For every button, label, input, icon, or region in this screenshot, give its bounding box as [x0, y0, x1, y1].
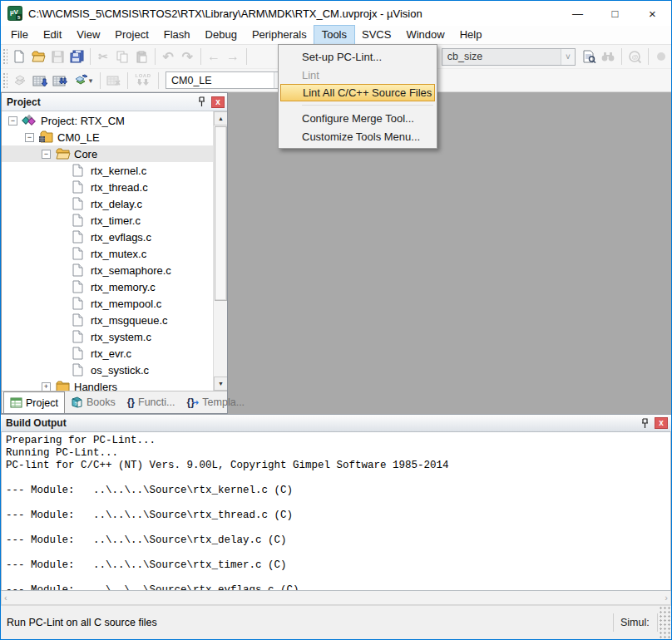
braces-arrow-icon: {}➜	[186, 396, 199, 408]
menu-item-configure-merge-tool[interactable]: Configure Merge Tool...	[279, 109, 437, 127]
collapse-icon[interactable]: −	[8, 116, 17, 126]
expand-icon[interactable]: +	[42, 382, 51, 391]
at-search-icon[interactable]: @	[625, 47, 645, 66]
find-in-files-icon[interactable]	[580, 47, 599, 66]
uvision-app-icon: µV 5	[7, 6, 22, 21]
build-output-title: Build Output	[6, 417, 637, 429]
toolbar-grip[interactable]	[2, 72, 7, 89]
project-panel-close-icon[interactable]: x	[211, 96, 225, 108]
search-combobox[interactable]: cb_size ˅	[442, 48, 576, 66]
menu-item-lint-all-c-c-source-files[interactable]: Lint All C/C++ Source Files	[280, 84, 435, 101]
stop-build-icon[interactable]	[104, 71, 124, 90]
tab-books[interactable]: ?Books	[65, 391, 121, 413]
menu-svcs[interactable]: SVCS	[354, 26, 398, 44]
navigate-forward-icon[interactable]: →	[224, 47, 243, 66]
download-flash-icon[interactable]: LOAD	[131, 71, 155, 90]
tree-item-cm0-le[interactable]: −CM0_LE	[2, 129, 213, 145]
scroll-down-icon[interactable]: ▼	[214, 377, 227, 391]
breakpoint-icon[interactable]	[652, 47, 671, 66]
target-folder-icon	[38, 130, 53, 144]
tree-item-label: rtx_mempool.c	[91, 298, 161, 310]
target-select-value[interactable]: CM0_LE	[166, 75, 274, 86]
open-file-icon[interactable]	[29, 47, 48, 66]
minimize-button[interactable]: —	[559, 1, 596, 26]
tree-item-rtx-msgqueue-c[interactable]: rtx_msgqueue.c	[2, 312, 213, 328]
tree-item-rtx-system-c[interactable]: rtx_system.c	[2, 328, 213, 345]
tree-item-handlers[interactable]: +Handlers	[2, 378, 213, 391]
binoculars-icon[interactable]	[599, 47, 618, 66]
menu-project[interactable]: Project	[107, 26, 156, 44]
menu-debug[interactable]: Debug	[198, 26, 245, 44]
batch-build-icon[interactable]: ▾	[70, 71, 96, 90]
build-output-content[interactable]: Preparing for PC-Lint... Running PC-Lint…	[1, 432, 671, 591]
tree-item-rtx-mutex-c[interactable]: rtx_mutex.c	[2, 245, 213, 262]
title-bar: µV 5 C:\W\CMSIS_5\CMSIS\RTOS2\RTX\Librar…	[1, 1, 671, 26]
resize-grip[interactable]	[658, 606, 671, 639]
tree-item-rtx-evr-c[interactable]: rtx_evr.c	[2, 345, 213, 362]
tree-item-rtx-thread-c[interactable]: rtx_thread.c	[2, 179, 213, 195]
file-icon	[72, 263, 86, 277]
pin-icon[interactable]	[637, 416, 652, 430]
navigate-back-icon[interactable]: ←	[205, 47, 224, 66]
window-title: C:\W\CMSIS_5\CMSIS\RTOS2\RTX\Library\ARM…	[28, 7, 559, 20]
tree-item-rtx-memory-c[interactable]: rtx_memory.c	[2, 278, 213, 295]
menu-view[interactable]: View	[69, 26, 107, 44]
copy-icon[interactable]	[113, 47, 132, 66]
pin-icon[interactable]	[194, 96, 209, 109]
tree-item-os-systick-c[interactable]: os_systick.c	[2, 362, 213, 378]
tree-vertical-scrollbar[interactable]: ▲ ▼	[213, 111, 227, 391]
rebuild-icon[interactable]	[50, 71, 70, 90]
file-icon	[72, 330, 86, 343]
search-combobox-value[interactable]: cb_size	[442, 51, 561, 62]
build-output-close-icon[interactable]: x	[655, 417, 668, 429]
tree-item-rtx-mempool-c[interactable]: rtx_mempool.c	[2, 295, 213, 312]
tree-item-rtx-evflags-c[interactable]: rtx_evflags.c	[2, 229, 213, 245]
menu-file[interactable]: File	[3, 26, 36, 44]
new-file-icon[interactable]	[10, 47, 29, 66]
build-icon[interactable]	[30, 71, 50, 90]
tab-label: Functi...	[138, 396, 175, 408]
scroll-left-icon[interactable]: ‹	[4, 593, 7, 603]
translate-icon[interactable]	[10, 71, 30, 90]
tab-functi[interactable]: {}Functi...	[121, 391, 181, 413]
status-bar: Run PC-Lint on all C source files Simul:	[1, 605, 671, 639]
tree-item-rtx-delay-c[interactable]: rtx_delay.c	[2, 195, 213, 212]
menu-peripherals[interactable]: Peripherals	[245, 26, 314, 44]
tree-item-rtx-kernel-c[interactable]: rtx_kernel.c	[2, 162, 213, 179]
collapse-icon[interactable]: −	[25, 133, 34, 142]
tree-item-rtx-semaphore-c[interactable]: rtx_semaphore.c	[2, 262, 213, 278]
batch-build-dropdown-icon[interactable]: ▾	[89, 76, 93, 85]
tree-item-core[interactable]: −Core	[2, 145, 213, 162]
menu-edit[interactable]: Edit	[36, 26, 69, 44]
save-all-icon[interactable]	[67, 47, 86, 66]
build-horizontal-scrollbar[interactable]: ‹ ›	[1, 591, 671, 605]
toolbar-grip[interactable]	[2, 48, 7, 65]
file-icon	[72, 164, 86, 177]
build-output-panel: Build Output x Preparing for PC-Lint... …	[1, 414, 671, 605]
project-tree: −Project: RTX_CM−CM0_LE−Corertx_kernel.c…	[2, 111, 227, 391]
cut-icon[interactable]: ✂	[94, 47, 113, 66]
tree-item-project-rtx-cm[interactable]: −Project: RTX_CM	[2, 112, 213, 129]
menu-item-set-up-pc-lint[interactable]: Set-up PC-Lint...	[279, 47, 437, 66]
tree-item-rtx-timer-c[interactable]: rtx_timer.c	[2, 212, 213, 229]
collapse-icon[interactable]: −	[42, 150, 51, 159]
maximize-button[interactable]: □	[596, 1, 634, 26]
close-button[interactable]: ×	[634, 1, 671, 26]
undo-icon[interactable]: ↶	[159, 47, 178, 66]
tab-templa[interactable]: {}➜Templa...	[180, 391, 250, 413]
combo-dropdown-icon[interactable]: ˅	[561, 49, 575, 65]
paste-icon[interactable]	[132, 47, 151, 66]
save-icon[interactable]	[48, 47, 67, 66]
scroll-up-icon[interactable]: ▲	[214, 111, 227, 126]
menu-item-customize-tools-menu[interactable]: Customize Tools Menu...	[279, 127, 437, 145]
target-select[interactable]: CM0_LE ˅	[166, 71, 289, 89]
books-icon: ?	[71, 396, 83, 408]
menu-help[interactable]: Help	[452, 26, 490, 44]
menu-flash[interactable]: Flash	[156, 26, 198, 44]
scrollbar-thumb[interactable]	[215, 126, 227, 301]
tab-project[interactable]: Project	[3, 391, 65, 413]
menu-window[interactable]: Window	[398, 26, 452, 44]
redo-icon[interactable]: ↷	[178, 47, 197, 66]
scroll-right-icon[interactable]: ›	[665, 593, 668, 603]
menu-tools[interactable]: Tools	[314, 26, 354, 44]
